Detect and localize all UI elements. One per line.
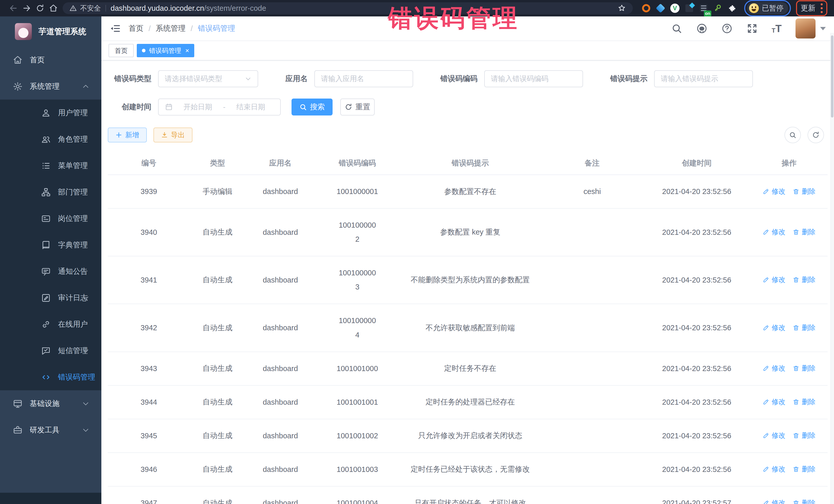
font-size-icon[interactable]: TT (772, 23, 782, 34)
tab-home[interactable]: 首页 (109, 44, 134, 57)
reset-button[interactable]: 重置 (340, 98, 375, 115)
extension-icon[interactable]: V (669, 3, 681, 14)
cell-msg: 只有开启状态的任务，才可以修改 (399, 486, 542, 504)
sidebar-item[interactable]: 用户管理 (0, 100, 101, 126)
sidebar-item[interactable]: 角色管理 (0, 126, 101, 152)
breadcrumb-item[interactable]: 首页 (129, 23, 144, 34)
sidebar-item-label: 首页 (30, 55, 45, 65)
delete-link[interactable]: 删除 (793, 464, 815, 474)
sidebar-item[interactable]: 系统管理 (0, 73, 101, 100)
browser-back-button[interactable] (7, 2, 20, 15)
cell-msg: 参数配置不存在 (399, 175, 542, 209)
delete-link[interactable]: 删除 (793, 364, 815, 373)
extension-icon[interactable]: on (698, 3, 709, 14)
sidebar-item[interactable]: 基础设施 (0, 390, 101, 417)
search-button[interactable]: 搜索 (291, 98, 333, 115)
edit-link[interactable]: 修改 (763, 187, 786, 196)
badge-icon (41, 214, 51, 223)
warning-icon (69, 4, 77, 12)
browser-update-button[interactable]: 更新 (800, 3, 815, 13)
page-scrollbar[interactable] (830, 33, 834, 504)
edit-link[interactable]: 修改 (763, 464, 786, 474)
column-header: 应用名 (245, 152, 316, 175)
sidebar-item[interactable]: 首页 (0, 47, 101, 73)
edit-link[interactable]: 修改 (763, 323, 786, 332)
edit-link[interactable]: 修改 (763, 227, 786, 237)
cell-msg: 不能删除类型为系统内置的参数配置 (399, 256, 542, 304)
scrollbar-thumb[interactable] (831, 36, 833, 117)
edit-link[interactable]: 修改 (763, 364, 786, 373)
browser-menu-kebab-icon[interactable] (821, 3, 823, 13)
cell-type: 自动生成 (190, 304, 245, 352)
sidebar-item[interactable]: 审计日志 (0, 285, 101, 311)
delete-link[interactable]: 删除 (793, 227, 815, 237)
edit-link[interactable]: 修改 (763, 275, 786, 284)
sidebar-item[interactable]: 在线用户 (0, 311, 101, 337)
close-icon[interactable]: × (185, 47, 189, 54)
edit-icon (763, 500, 769, 504)
create-time-range-picker[interactable]: 开始日期 - 结束日期 (158, 98, 281, 115)
export-button[interactable]: 导出 (153, 128, 193, 143)
sidebar-item[interactable]: 部门管理 (0, 179, 101, 205)
extension-icon[interactable] (684, 3, 695, 14)
help-icon[interactable] (721, 23, 733, 34)
tab-error-code[interactable]: 错误码管理× (137, 44, 194, 57)
extension-icon[interactable] (712, 3, 724, 14)
search-icon[interactable] (671, 23, 682, 34)
table-row: 3946自动生成dashboard1001001003定时任务已经处于该状态，无… (108, 453, 828, 486)
cell-time: 2021-04-20 23:52:56 (643, 352, 751, 386)
bookmark-star-icon[interactable] (617, 4, 626, 13)
avatar (795, 19, 815, 39)
browser-profile-button[interactable]: 已暂停 (747, 2, 788, 14)
delete-link[interactable]: 删除 (793, 397, 815, 407)
sidebar-item[interactable]: 研发工具 (0, 417, 101, 443)
toggle-search-button[interactable] (785, 127, 801, 143)
sidebar-item-label: 字典管理 (58, 240, 88, 250)
sidebar-logo-row[interactable]: 芋道管理系统 (0, 17, 101, 47)
delete-link[interactable]: 删除 (793, 275, 815, 284)
filter-label-app: 应用名 (285, 74, 308, 84)
error-code-input[interactable] (484, 70, 583, 87)
sidebar-item[interactable]: 字典管理 (0, 232, 101, 258)
browser-reload-button[interactable] (34, 2, 47, 15)
puzzle-extensions-icon[interactable] (727, 3, 738, 14)
extension-icon[interactable] (655, 3, 666, 14)
user-avatar-menu[interactable] (795, 19, 826, 39)
sidebar-collapse-bar[interactable] (0, 493, 101, 504)
refresh-table-button[interactable] (808, 127, 824, 143)
app-name-input[interactable] (314, 70, 413, 87)
browser-forward-button[interactable] (20, 2, 34, 15)
sidebar-item[interactable]: 错误码管理 (0, 364, 101, 390)
chevron-down-icon (82, 400, 90, 408)
cell-type: 自动生成 (190, 419, 245, 453)
edit-link[interactable]: 修改 (763, 397, 786, 407)
browser-home-button[interactable] (47, 2, 60, 15)
github-icon[interactable] (696, 23, 707, 34)
divider (106, 5, 106, 12)
delete-icon (793, 500, 799, 504)
online-users-icon (41, 320, 51, 329)
delete-link[interactable]: 删除 (793, 431, 815, 440)
sidebar-item[interactable]: 通知公告 (0, 258, 101, 285)
error-msg-input[interactable] (654, 70, 753, 87)
browser-address-bar[interactable]: 不安全 dashboard.yudao.iocoder.cn /system/e… (63, 2, 633, 14)
sidebar-item[interactable]: 菜单管理 (0, 152, 101, 179)
sidebar-item[interactable]: 短信管理 (0, 337, 101, 364)
cell-remark (542, 352, 643, 386)
error-type-select[interactable]: 请选择错误码类型 (158, 70, 258, 87)
edit-icon (763, 398, 769, 405)
delete-link[interactable]: 删除 (793, 498, 815, 504)
column-header: 错误码编码 (316, 152, 399, 175)
fullscreen-icon[interactable] (746, 23, 758, 34)
edit-link[interactable]: 修改 (763, 431, 786, 440)
sidebar-item[interactable]: 岗位管理 (0, 205, 101, 232)
extension-icon[interactable] (640, 3, 652, 14)
cell-actions: 修改删除 (751, 386, 828, 419)
delete-link[interactable]: 删除 (793, 187, 815, 196)
edit-icon (763, 324, 769, 331)
add-button[interactable]: 新增 (108, 128, 147, 143)
breadcrumb-item[interactable]: 系统管理 (156, 23, 185, 34)
delete-link[interactable]: 删除 (793, 323, 815, 332)
edit-link[interactable]: 修改 (763, 498, 786, 504)
collapse-sidebar-button[interactable] (110, 23, 121, 34)
